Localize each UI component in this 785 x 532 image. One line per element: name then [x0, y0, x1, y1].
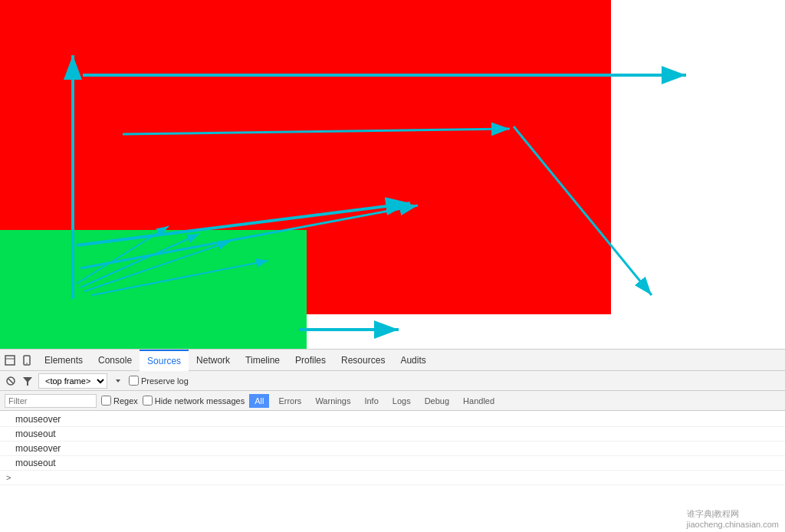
devtools-tabs-bar: Elements Console Sources Network Timelin…	[0, 350, 785, 371]
filter-handled-button[interactable]: Handled	[458, 394, 499, 408]
preserve-log-checkbox[interactable]	[129, 376, 139, 386]
tab-console[interactable]: Console	[90, 350, 140, 371]
mobile-icon[interactable]	[20, 353, 34, 367]
preserve-log-label[interactable]: Preserve log	[129, 376, 189, 386]
console-output: mouseover mouseout mouseover mouseout >	[0, 411, 785, 532]
devtools-panel: Elements Console Sources Network Timelin…	[0, 349, 785, 532]
list-item: mouseover	[0, 442, 785, 456]
svg-point-15	[26, 363, 28, 364]
frame-selector[interactable]: <top frame>	[38, 373, 107, 389]
svg-marker-18	[23, 377, 32, 386]
filter-warnings-button[interactable]: Warnings	[310, 394, 355, 408]
tab-network[interactable]: Network	[189, 350, 238, 371]
console-prompt[interactable]: >	[0, 471, 785, 485]
list-item: mouseover	[0, 412, 785, 427]
filter-bar: Regex Hide network messages All Errors W…	[0, 391, 785, 411]
tab-elements[interactable]: Elements	[37, 350, 90, 371]
svg-line-17	[8, 379, 13, 383]
tab-resources[interactable]: Resources	[333, 350, 392, 371]
regex-checkbox[interactable]	[101, 396, 111, 406]
frame-dropdown-icon[interactable]	[112, 375, 124, 387]
filter-errors-button[interactable]: Errors	[274, 394, 306, 408]
devtools-toolbar: <top frame> Preserve log	[0, 371, 785, 391]
green-rectangle	[0, 230, 307, 349]
filter-debug-button[interactable]: Debug	[420, 394, 454, 408]
filter-logs-button[interactable]: Logs	[388, 394, 415, 408]
tab-audits[interactable]: Audits	[392, 350, 433, 371]
clear-console-icon[interactable]	[5, 375, 17, 387]
filter-info-button[interactable]: Info	[360, 394, 383, 408]
hide-network-checkbox[interactable]	[143, 396, 153, 406]
tab-profiles[interactable]: Profiles	[287, 350, 333, 371]
inspect-icon[interactable]	[3, 353, 17, 367]
svg-rect-12	[5, 356, 15, 365]
svg-marker-19	[116, 379, 120, 383]
tab-sources[interactable]: Sources	[140, 350, 189, 371]
prompt-icon: >	[6, 473, 11, 482]
console-input[interactable]	[14, 472, 167, 483]
regex-label[interactable]: Regex	[101, 396, 138, 406]
hide-network-label[interactable]: Hide network messages	[143, 396, 245, 406]
filter-icon[interactable]	[21, 375, 34, 387]
tab-timeline[interactable]: Timeline	[238, 350, 287, 371]
filter-all-button[interactable]: All	[249, 394, 269, 408]
list-item: mouseout	[0, 456, 785, 471]
browser-viewport	[0, 0, 785, 349]
list-item: mouseout	[0, 427, 785, 442]
filter-input[interactable]	[5, 394, 97, 408]
